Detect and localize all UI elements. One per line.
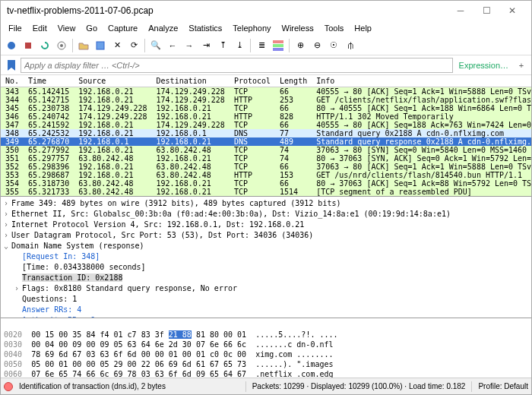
svg-rect-5 xyxy=(273,40,283,43)
tree-dns[interactable]: ⌄Domain Name System (response) xyxy=(4,241,528,251)
toolbar-find-icon[interactable]: 🔍 xyxy=(148,38,163,53)
tree-flags[interactable]: ›Flags: 0x8180 Standard query response, … xyxy=(4,283,528,294)
packet-bytes-pane[interactable]: 0020 00 15 00 35 84 f4 01 c7 83 3f 21 88… xyxy=(1,318,531,378)
packet-row[interactable]: 35065.277992192.168.0.2163.80.242.48TCP7… xyxy=(1,146,531,154)
col-protocol[interactable]: Protocol xyxy=(230,75,275,87)
svg-point-3 xyxy=(60,44,63,47)
svg-rect-7 xyxy=(273,48,283,51)
toolbar-start-capture-icon[interactable] xyxy=(4,38,19,53)
packet-row[interactable]: 35265.298396192.168.0.2163.80.242.48TCP6… xyxy=(1,163,531,171)
tree-time[interactable]: [Time: 0.034338000 seconds] xyxy=(4,262,528,273)
menu-file[interactable]: File xyxy=(4,22,27,34)
tree-transaction-id[interactable]: Transaction ID: 0x2188 xyxy=(4,273,528,283)
toolbar-colorize-icon[interactable] xyxy=(271,38,286,53)
svg-point-0 xyxy=(8,42,15,49)
toolbar-autoscroll-icon[interactable]: ≣ xyxy=(254,38,269,53)
menu-view[interactable]: View xyxy=(53,22,81,34)
toolbar-separator xyxy=(250,39,251,52)
col-destination[interactable]: Destination xyxy=(152,75,230,87)
packet-row[interactable]: 34665.240742174.129.249.228192.168.0.21H… xyxy=(1,112,531,121)
display-filter-input[interactable] xyxy=(21,58,453,73)
hex-offset: 0020 xyxy=(4,330,22,339)
tree-questions[interactable]: Questions: 1 xyxy=(4,294,528,305)
packet-row[interactable]: 34565.230738174.129.249.228192.168.0.21T… xyxy=(1,104,531,112)
hex-offset: 0050 xyxy=(4,360,22,368)
toolbar-goto-icon[interactable]: ⇥ xyxy=(198,38,214,53)
tree-request-in[interactable]: [Request In: 348] xyxy=(4,251,528,262)
packet-details-pane[interactable]: ›Frame 349: 489 bytes on wire (3912 bits… xyxy=(1,197,531,318)
toolbar-reload-icon[interactable]: ⟳ xyxy=(126,38,141,53)
toolbar-capture-options-icon[interactable] xyxy=(54,38,69,53)
menu-telephony[interactable]: Telephony xyxy=(228,22,275,34)
main-toolbar: ✕ ⟳ 🔍 ← → ⇥ ⤒ ⤓ ≣ ⊕ ⊖ ☉ ⫛ xyxy=(1,36,531,55)
toolbar-stop-capture-icon[interactable] xyxy=(21,38,36,53)
tree-frame[interactable]: ›Frame 349: 489 bytes on wire (3912 bits… xyxy=(4,198,528,209)
window-title: tv-netflix-problems-2011-07-06.pcap xyxy=(7,5,448,16)
display-filter-bar: Expression… + xyxy=(1,55,531,75)
toolbar-save-icon[interactable] xyxy=(93,38,108,53)
toolbar-restart-capture-icon[interactable] xyxy=(37,38,52,53)
packet-row[interactable]: 35565.32173363.80.242.48192.168.0.21TCP1… xyxy=(1,188,531,196)
status-field-info: Identification of transaction (dns.id), … xyxy=(19,382,166,390)
packet-row[interactable]: 35365.298687192.168.0.2163.80.242.48HTTP… xyxy=(1,171,531,179)
toolbar-resize-cols-icon[interactable]: ⫛ xyxy=(343,38,358,53)
packet-row[interactable]: 35165.29775763.80.242.48192.168.0.21TCP7… xyxy=(1,154,531,163)
menu-analyze[interactable]: Analyze xyxy=(144,22,182,34)
hex-offset: 0060 xyxy=(4,370,22,378)
col-time[interactable]: Time xyxy=(24,75,74,87)
filter-add-button[interactable]: + xyxy=(515,61,528,70)
packet-row[interactable]: 35465.31873063.80.242.48192.168.0.21TCP6… xyxy=(1,179,531,188)
tree-eth[interactable]: ›Ethernet II, Src: Globalsc_00:3b:0a (f0… xyxy=(4,209,528,220)
col-length[interactable]: Length xyxy=(275,75,312,87)
packet-list-pane[interactable]: No. Time Source Destination Protocol Len… xyxy=(1,75,531,197)
menu-tools[interactable]: Tools xyxy=(320,22,349,34)
menu-go[interactable]: Go xyxy=(81,22,102,34)
toolbar-zoom-in-icon[interactable]: ⊕ xyxy=(293,38,308,53)
filter-bookmark-icon[interactable] xyxy=(4,58,19,73)
toolbar-zoom-reset-icon[interactable]: ☉ xyxy=(326,38,341,53)
window-titlebar: tv-netflix-problems-2011-07-06.pcap ─ ☐ … xyxy=(1,1,531,21)
menu-help[interactable]: Help xyxy=(350,22,376,34)
menu-capture[interactable]: Capture xyxy=(103,22,142,34)
menubar: File Edit View Go Capture Analyze Statis… xyxy=(1,21,531,36)
toolbar-separator xyxy=(144,39,145,52)
tree-ip[interactable]: ›Internet Protocol Version 4, Src: 192.1… xyxy=(4,220,528,230)
packet-row[interactable]: 34865.242532192.168.0.21192.168.0.1DNS77… xyxy=(1,129,531,137)
window-close-button[interactable]: ✕ xyxy=(499,3,525,18)
toolbar-close-icon[interactable]: ✕ xyxy=(109,38,125,53)
toolbar-zoom-out-icon[interactable]: ⊖ xyxy=(309,38,325,53)
expression-button[interactable]: Expression… xyxy=(454,61,513,70)
status-profile[interactable]: Profile: Default xyxy=(478,382,528,390)
menu-statistics[interactable]: Statistics xyxy=(184,22,226,34)
packet-row[interactable]: 34965.276870192.168.0.1192.168.0.21DNS48… xyxy=(1,137,531,146)
packet-list-header[interactable]: No. Time Source Destination Protocol Len… xyxy=(1,75,531,87)
toolbar-first-icon[interactable]: ⤒ xyxy=(215,38,230,53)
toolbar-separator xyxy=(289,39,290,52)
packet-row[interactable]: 34465.142715192.168.0.21174.129.249.228H… xyxy=(1,96,531,104)
toolbar-open-icon[interactable] xyxy=(76,38,91,53)
expert-info-icon[interactable] xyxy=(4,382,13,391)
toolbar-last-icon[interactable]: ⤓ xyxy=(232,38,247,53)
status-bar: Identification of transaction (dns.id), … xyxy=(1,378,531,394)
hex-offset: 0030 xyxy=(4,340,22,349)
packet-row[interactable]: 34365.142415192.168.0.21174.129.249.228T… xyxy=(1,87,531,96)
tree-answer-rrs[interactable]: Answer RRs: 4 xyxy=(4,305,528,315)
menu-wireless[interactable]: Wireless xyxy=(277,22,318,34)
col-no[interactable]: No. xyxy=(1,75,24,87)
window-minimize-button[interactable]: ─ xyxy=(448,3,473,18)
hex-highlight: 21 88 xyxy=(169,330,192,339)
col-source[interactable]: Source xyxy=(74,75,151,87)
menu-edit[interactable]: Edit xyxy=(28,22,52,34)
col-info[interactable]: Info xyxy=(312,75,531,87)
hex-offset: 0040 xyxy=(4,350,22,359)
svg-rect-4 xyxy=(97,42,104,49)
toolbar-prev-icon[interactable]: ← xyxy=(165,38,180,53)
toolbar-separator xyxy=(72,39,73,52)
toolbar-next-icon[interactable]: → xyxy=(182,38,197,53)
window-maximize-button[interactable]: ☐ xyxy=(473,3,499,18)
svg-rect-1 xyxy=(25,43,31,49)
status-packet-counts: Packets: 10299 · Displayed: 10299 (100.0… xyxy=(252,382,466,390)
tree-udp[interactable]: ›User Datagram Protocol, Src Port: 53 (5… xyxy=(4,230,528,241)
packet-row[interactable]: 34765.241592192.168.0.21174.129.249.228T… xyxy=(1,121,531,129)
svg-rect-6 xyxy=(273,44,283,47)
